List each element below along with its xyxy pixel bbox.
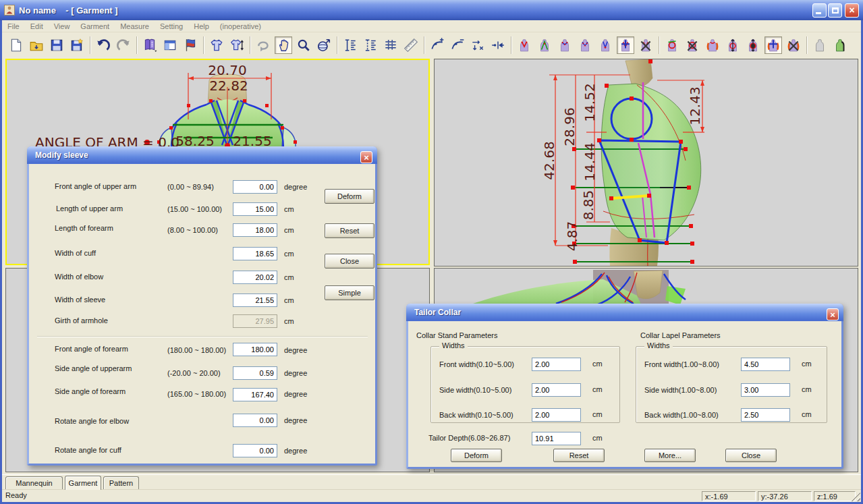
flag-icon[interactable] <box>182 36 199 54</box>
sleeve-delete-icon[interactable] <box>785 36 802 54</box>
notebook-icon[interactable] <box>141 36 159 54</box>
field-label: Width of elbow <box>55 273 103 281</box>
dim-total-length: 42.68 <box>541 141 557 179</box>
side-angle-upperarm-input[interactable] <box>233 366 277 380</box>
stand-back-width-input[interactable] <box>532 408 581 422</box>
tailor-collar-titlebar[interactable]: Tailor Collar <box>406 304 843 321</box>
toolbar-separator <box>337 36 337 54</box>
new-file-icon[interactable] <box>7 36 25 54</box>
field-unit: degree <box>284 346 307 354</box>
stand-front-width-input[interactable] <box>532 358 581 371</box>
measure-width-icon[interactable] <box>382 36 399 54</box>
collar-deep-v-icon[interactable] <box>596 36 614 54</box>
save-as-icon[interactable] <box>68 36 86 54</box>
more-button[interactable]: More... <box>644 449 696 462</box>
menu-view[interactable]: View <box>49 21 76 32</box>
rotate-3d-icon[interactable] <box>315 36 333 54</box>
status-z-coord: z:1.69 <box>814 491 856 501</box>
armhole-circle-icon[interactable] <box>663 36 681 54</box>
minimize-button[interactable] <box>812 3 827 18</box>
maximize-button[interactable] <box>828 3 842 18</box>
menu-measure[interactable]: Measure <box>115 21 155 32</box>
open-file-icon[interactable] <box>28 36 45 54</box>
sleeve-girth-icon[interactable] <box>744 36 762 54</box>
measure-dashed-icon[interactable] <box>362 36 379 54</box>
field-unit: degree <box>284 183 307 191</box>
length-upper-arm-input[interactable] <box>233 202 277 216</box>
width-sleeve-input[interactable] <box>233 293 277 307</box>
save-icon[interactable] <box>48 36 65 54</box>
viewport-side[interactable]: 42.68 28.96 14.52 14.44 8.85 4.87 12.43 <box>434 59 858 267</box>
length-forearm-input[interactable] <box>233 223 277 237</box>
front-angle-upper-arm-input[interactable] <box>233 180 277 194</box>
field-label: Back width(0.10~5.00) <box>439 411 513 419</box>
tile-windows-icon[interactable] <box>161 36 179 54</box>
modify-sleeve-titlebar[interactable]: Modify sleeve <box>27 146 377 164</box>
modify-sleeve-close-icon[interactable]: × <box>360 151 372 163</box>
tab-garment[interactable]: Garment <box>65 476 101 490</box>
remove-curve-point-icon[interactable] <box>449 36 466 54</box>
mannequin-icon[interactable] <box>811 36 829 54</box>
zoom-icon[interactable] <box>295 36 312 54</box>
rotate-view-icon[interactable] <box>254 36 272 54</box>
simple-button[interactable]: Simple <box>325 285 374 300</box>
menu-file[interactable]: File <box>2 21 25 32</box>
lapel-close-button[interactable]: Close <box>725 449 777 462</box>
sleeve-length-icon[interactable] <box>724 36 742 54</box>
titlebar[interactable]: No name - [ Garment ] × <box>0 0 863 20</box>
field-range: (8.00 ~ 100.00) <box>167 226 218 234</box>
tape-measure-icon[interactable] <box>402 36 420 54</box>
collar-round2-icon[interactable] <box>576 36 594 54</box>
tailor-collar-close-icon[interactable]: × <box>827 308 839 320</box>
collar-triangle-icon[interactable] <box>536 36 553 54</box>
width-cuff-input[interactable] <box>233 247 277 260</box>
shirt-measure-icon[interactable] <box>228 36 246 54</box>
width-elbow-input[interactable] <box>233 271 277 284</box>
snap-point-icon[interactable] <box>489 36 507 54</box>
lapel-back-width-input[interactable] <box>741 408 790 422</box>
stand-side-width-input[interactable] <box>532 383 581 397</box>
rotate-angle-elbow-input[interactable] <box>233 414 277 427</box>
shirt-icon[interactable] <box>208 36 225 54</box>
lapel-side-width-input[interactable] <box>741 383 790 397</box>
menu-help[interactable]: Help <box>188 21 215 32</box>
sleeve-modify-icon[interactable] <box>764 36 782 54</box>
armhole-delete-icon[interactable] <box>684 36 701 54</box>
collar-reset-button[interactable]: Reset <box>553 449 605 462</box>
toolbar-separator <box>250 36 250 54</box>
front-angle-forearm-input[interactable] <box>233 343 277 356</box>
field-unit: degree <box>284 390 307 398</box>
app-window: No name - [ Garment ] × File Edit View G… <box>0 0 863 504</box>
group-legend: Widths <box>439 341 468 349</box>
close-dialog-button[interactable]: Close <box>325 254 374 269</box>
reset-button[interactable]: Reset <box>325 223 374 238</box>
sleeve-icon[interactable] <box>704 36 721 54</box>
lapel-front-width-input[interactable] <box>741 358 790 371</box>
redo-icon[interactable] <box>115 36 132 54</box>
deform-button[interactable]: Deform <box>325 189 374 204</box>
measure-height-icon[interactable] <box>341 36 359 54</box>
menu-setting[interactable]: Setting <box>155 21 188 32</box>
move-point-icon[interactable] <box>469 36 486 54</box>
tab-pattern[interactable]: Pattern <box>103 476 139 489</box>
menu-garment[interactable]: Garment <box>75 21 115 32</box>
field-label: Front width(0.10~5.00) <box>439 360 514 368</box>
dim-upper-seg: 14.52 <box>582 83 598 121</box>
add-curve-point-icon[interactable] <box>428 36 446 54</box>
pan-hand-icon[interactable] <box>275 36 292 54</box>
collar-delete-icon[interactable] <box>637 36 655 54</box>
undo-icon[interactable] <box>94 36 112 54</box>
garment-edge-icon[interactable] <box>831 36 849 54</box>
close-button[interactable]: × <box>845 3 859 18</box>
tab-mannequin[interactable]: Mannequin <box>5 476 63 489</box>
side-angle-forearm-input[interactable] <box>233 388 277 401</box>
menu-edit[interactable]: Edit <box>25 21 49 32</box>
tailor-depth-input[interactable] <box>532 432 581 445</box>
rotate-angle-cuff-input[interactable] <box>233 444 277 457</box>
collar-deform-button[interactable]: Deform <box>451 449 502 462</box>
status-x-coord: x:-1.69 <box>702 491 756 501</box>
dim-lower-seg: 8.85 <box>580 190 596 221</box>
collar-modify-icon[interactable] <box>617 36 634 54</box>
collar-v-icon[interactable] <box>516 36 533 54</box>
collar-round-icon[interactable] <box>556 36 574 54</box>
